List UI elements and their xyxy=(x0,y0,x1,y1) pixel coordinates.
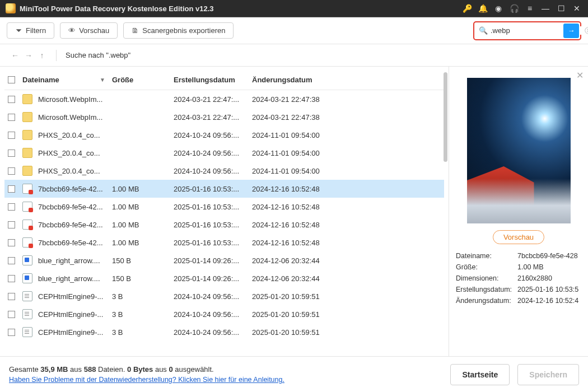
file-modified: 2024-11-01 09:54:00 xyxy=(252,167,336,175)
meta-label-name: Dateiname: xyxy=(456,252,517,260)
row-checkbox[interactable] xyxy=(8,329,15,336)
disc-icon[interactable]: ◉ xyxy=(491,1,506,16)
table-row[interactable]: 7bcbcb69-fe5e-42...1.00 MB2025-01-16 10:… xyxy=(4,198,444,216)
support-icon[interactable]: 🎧 xyxy=(506,1,522,16)
preview-toolbar-label: Vorschau xyxy=(79,26,109,35)
row-checkbox[interactable] xyxy=(8,150,15,157)
table-row[interactable]: PHXS_20.0.4_co...2024-10-24 09:56:...202… xyxy=(4,162,444,180)
app-logo-icon xyxy=(6,3,16,13)
arrow-right-icon: → xyxy=(568,26,575,35)
row-checkbox[interactable] xyxy=(8,203,15,211)
meta-label-created: Erstellungsdatum: xyxy=(456,286,517,293)
help-link[interactable]: Haben Sie Probleme mit der Datenwiederhe… xyxy=(9,376,284,384)
nav-up-button[interactable]: ↑ xyxy=(37,51,47,60)
folder-icon xyxy=(22,148,32,158)
folder-icon xyxy=(22,94,32,104)
file-icon xyxy=(22,327,32,337)
file-created: 2025-01-16 10:53:... xyxy=(174,221,252,229)
row-checkbox[interactable] xyxy=(8,257,15,264)
table-row[interactable]: blue_right_arrow....150 B2025-01-14 09:2… xyxy=(4,269,444,287)
license-key-icon[interactable]: 🔑 xyxy=(459,1,475,16)
table-row[interactable]: CEPHtmlEngine9-...3 B2024-10-24 09:56:..… xyxy=(4,287,444,305)
file-name: CEPHtmlEngine9-... xyxy=(38,292,103,301)
row-checkbox[interactable] xyxy=(8,96,15,103)
file-modified: 2024-11-01 09:54:00 xyxy=(252,149,336,157)
file-modified: 2024-11-01 09:54:00 xyxy=(252,131,336,139)
table-row[interactable]: 7bcbcb69-fe5e-42...1.00 MB2025-01-16 10:… xyxy=(4,216,444,234)
col-name-header[interactable]: Dateiname ▼ xyxy=(22,76,112,84)
home-button[interactable]: Startseite xyxy=(450,364,510,385)
table-row[interactable]: 7bcbcb69-fe5e-42...1.00 MB2025-01-16 10:… xyxy=(4,180,444,198)
file-icon xyxy=(22,202,32,212)
row-checkbox[interactable] xyxy=(8,239,15,246)
menu-icon[interactable]: ≡ xyxy=(522,1,538,16)
file-name: Microsoft.WebpIm... xyxy=(38,113,102,122)
vertical-scrollbar[interactable] xyxy=(444,72,447,162)
select-all-checkbox[interactable] xyxy=(8,76,15,83)
file-icon xyxy=(22,220,32,230)
file-name: 7bcbcb69-fe5e-42... xyxy=(38,185,103,193)
breadcrumb: Suche nach ".webp" xyxy=(66,51,130,59)
file-list-pane: Dateiname ▼ Größe Erstellungsdatum Änder… xyxy=(0,67,449,356)
toolbar: ⏷ Filtern 👁 Vorschau 🗎 Scanergebnis expo… xyxy=(0,17,588,44)
file-modified: 2024-12-06 20:32:44 xyxy=(252,256,336,265)
row-checkbox[interactable] xyxy=(8,221,15,228)
sort-desc-icon: ▼ xyxy=(100,77,105,83)
row-checkbox[interactable] xyxy=(8,275,15,282)
file-modified: 2024-12-16 10:52:48 xyxy=(252,239,336,247)
file-created: 2024-10-24 09:56:... xyxy=(174,131,252,139)
filter-button[interactable]: ⏷ Filtern xyxy=(7,22,54,39)
row-checkbox[interactable] xyxy=(8,293,15,300)
folder-icon xyxy=(22,130,32,140)
file-name: PHXS_20.0.4_co... xyxy=(38,149,100,157)
file-size: 1.00 MB xyxy=(112,239,174,247)
col-size-header[interactable]: Größe xyxy=(112,76,174,84)
file-size: 150 B xyxy=(112,256,174,265)
table-row[interactable]: Microsoft.WebpIm...2024-03-21 22:47:...2… xyxy=(4,108,444,126)
file-created: 2025-01-14 09:26:... xyxy=(174,256,252,265)
file-modified: 2024-03-21 22:47:38 xyxy=(252,113,336,122)
close-preview-icon[interactable]: ✕ xyxy=(576,70,584,81)
search-go-button[interactable]: → xyxy=(563,24,579,38)
file-modified: 2024-03-21 22:47:38 xyxy=(252,95,336,104)
file-size: 1.00 MB xyxy=(112,203,174,211)
file-name: blue_right_arrow.... xyxy=(38,274,100,283)
notifications-icon[interactable]: 🔔 xyxy=(475,1,491,16)
table-row[interactable]: PHXS_20.0.4_co...2024-10-24 09:56:...202… xyxy=(4,144,444,162)
maximize-button[interactable]: ☐ xyxy=(553,1,569,16)
file-created: 2024-03-21 22:47:... xyxy=(174,113,252,122)
close-window-button[interactable]: ✕ xyxy=(569,1,585,16)
table-row[interactable]: CEPHtmlEngine9-...3 B2024-10-24 09:56:..… xyxy=(4,323,444,341)
row-checkbox[interactable] xyxy=(8,311,15,318)
file-icon xyxy=(22,237,32,248)
nav-forward-button[interactable]: → xyxy=(24,51,34,60)
table-header: Dateiname ▼ Größe Erstellungsdatum Änder… xyxy=(4,70,444,90)
row-checkbox[interactable] xyxy=(8,132,15,139)
file-created: 2024-10-24 09:56:... xyxy=(174,167,252,175)
minimize-button[interactable]: — xyxy=(538,1,553,16)
preview-toolbar-button[interactable]: 👁 Vorschau xyxy=(60,22,118,39)
table-row[interactable]: 7bcbcb69-fe5e-42...1.00 MB2025-01-16 10:… xyxy=(4,234,444,251)
row-checkbox[interactable] xyxy=(8,185,15,193)
save-button[interactable]: Speichern xyxy=(517,364,579,385)
table-row[interactable]: Microsoft.WebpIm...2024-03-21 22:47:...2… xyxy=(4,90,444,108)
navbar: ← → ↑ Suche nach ".webp" xyxy=(0,44,588,67)
file-name: Microsoft.WebpIm... xyxy=(38,95,102,104)
app-title: MiniTool Power Data Recovery Kostenlose … xyxy=(20,4,214,13)
clear-search-icon[interactable]: ⓧ xyxy=(585,26,588,36)
meta-value-modified: 2024-12-16 10:52:4 xyxy=(517,297,581,305)
table-row[interactable]: blue_right_arrow....150 B2025-01-14 09:2… xyxy=(4,251,444,269)
table-row[interactable]: PHXS_20.0.4_co...2024-10-24 09:56:...202… xyxy=(4,126,444,144)
search-box[interactable]: 🔍 ⓧ xyxy=(475,24,562,38)
preview-button[interactable]: Vorschau xyxy=(493,230,544,244)
export-button[interactable]: 🗎 Scanergebnis exportieren xyxy=(123,22,234,39)
file-modified: 2025-01-20 10:59:51 xyxy=(252,292,336,301)
row-checkbox[interactable] xyxy=(8,167,15,175)
col-modified-header[interactable]: Änderungsdatum xyxy=(252,76,336,84)
nav-back-button[interactable]: ← xyxy=(10,51,20,60)
file-name: CEPHtmlEngine9-... xyxy=(38,328,103,337)
table-row[interactable]: CEPHtmlEngine9-...3 B2024-10-24 09:56:..… xyxy=(4,305,444,323)
row-checkbox[interactable] xyxy=(8,114,15,121)
file-created: 2024-10-24 09:56:... xyxy=(174,292,252,301)
col-created-header[interactable]: Erstellungsdatum xyxy=(174,76,252,84)
